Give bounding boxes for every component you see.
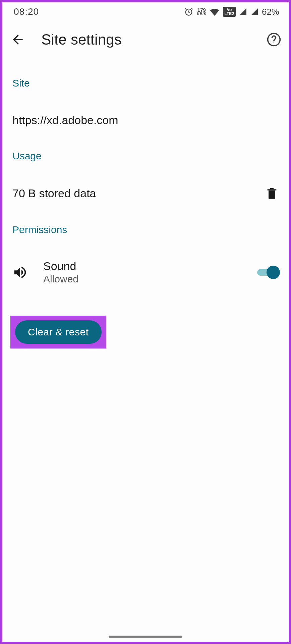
status-time: 08:20 [14,6,39,17]
home-indicator-area [2,632,289,642]
network-speed-indicator: 179 KB/S [197,8,206,15]
permission-sound-row[interactable]: Sound Allowed [12,260,279,285]
permission-status: Allowed [43,273,242,285]
help-button[interactable] [267,32,281,47]
highlight-annotation: Clear & reset [10,316,106,348]
sound-icon [12,265,28,280]
section-header-usage: Usage [12,150,279,162]
toggle-thumb [267,266,280,279]
alarm-icon [184,7,193,16]
battery-percentage: 62% [262,7,279,17]
delete-data-button[interactable] [265,186,279,201]
content-area: Site https://xd.adobe.com Usage 70 B sto… [2,58,289,632]
section-header-permissions: Permissions [12,224,279,235]
signal-icon-1 [239,8,247,16]
home-indicator-bar[interactable] [109,636,182,638]
app-bar: Site settings [2,21,289,58]
permission-title: Sound [43,260,242,273]
signal-icon-2 [250,8,258,16]
svg-point-2 [274,43,275,44]
usage-row: 70 B stored data [12,186,279,201]
status-icons-group: 179 KB/S Vo LTE2 62% [184,7,279,17]
volte-badge: Vo LTE2 [223,7,235,17]
section-header-site: Site [12,77,279,89]
speed-unit: KB/S [197,12,206,16]
status-bar: 08:20 179 KB/S Vo LTE2 [2,2,289,21]
page-title: Site settings [41,31,250,48]
clear-reset-button[interactable]: Clear & reset [15,320,102,344]
site-url[interactable]: https://xd.adobe.com [12,114,279,127]
sound-toggle[interactable] [257,266,279,279]
permission-labels: Sound Allowed [43,260,242,285]
back-button[interactable] [10,32,25,47]
usage-text: 70 B stored data [12,187,96,200]
wifi-icon [210,8,220,16]
